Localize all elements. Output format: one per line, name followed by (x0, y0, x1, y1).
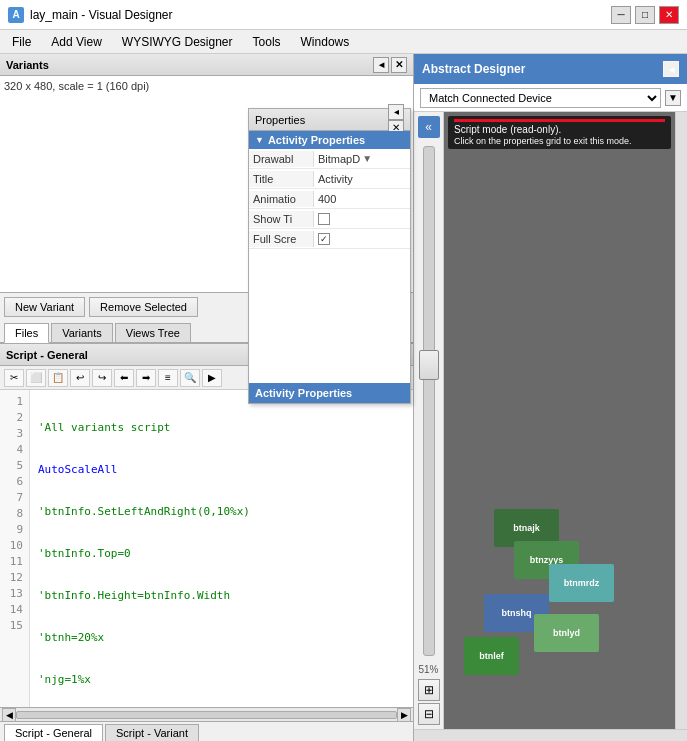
prop-name-drawable: Drawabl (249, 151, 314, 167)
abstract-designer-pin[interactable]: ◂ (663, 61, 679, 77)
back-button[interactable]: « (418, 116, 440, 138)
showti-checkbox[interactable] (318, 213, 330, 225)
prop-value-showti[interactable] (314, 211, 410, 227)
prop-value-title[interactable]: Activity (314, 171, 410, 187)
menu-tools[interactable]: Tools (245, 33, 289, 51)
properties-title: Properties (255, 114, 388, 126)
block-btnmrdz[interactable]: btnmrdz (549, 564, 614, 602)
block-btnlyd[interactable]: btnlyd (534, 614, 599, 652)
scroll-left-arrow[interactable]: ◀ (2, 708, 16, 722)
script-mode-text: Script mode (read-only). (454, 124, 665, 135)
prop-row-drawable: Drawabl BitmapD ▼ (249, 149, 410, 169)
toolbar-search[interactable]: 🔍 (180, 369, 200, 387)
prop-row-showti: Show Ti (249, 209, 410, 229)
zoom-percent: 51% (418, 664, 438, 675)
prop-name-fullscre: Full Scre (249, 231, 314, 247)
toolbar-indent-r[interactable]: ➡ (136, 369, 156, 387)
scroll-right-arrow[interactable]: ▶ (397, 708, 411, 722)
properties-pin-button[interactable]: ◂ (388, 104, 404, 120)
tab-variants[interactable]: Variants (51, 323, 113, 342)
prop-row-animation: Animatio 400 (249, 189, 410, 209)
designer-area: « 51% ⊞ ⊟ Script mode (read-only). Click… (414, 112, 687, 729)
toolbar-run[interactable]: ▶ (202, 369, 222, 387)
tab-views-tree[interactable]: Views Tree (115, 323, 191, 342)
prop-row-title: Title Activity (249, 169, 410, 189)
block-btnlef[interactable]: btnlef (464, 637, 519, 675)
toolbar-copy[interactable]: ⬜ (26, 369, 46, 387)
variants-title: Variants (6, 59, 373, 71)
scrollbar-right[interactable] (675, 112, 687, 729)
variants-close-button[interactable]: ✕ (391, 57, 407, 73)
prop-value-drawable[interactable]: BitmapD ▼ (314, 151, 410, 167)
scroll-track[interactable] (16, 711, 397, 719)
toolbar-redo[interactable]: ↪ (92, 369, 112, 387)
menu-add-view[interactable]: Add View (43, 33, 109, 51)
abstract-designer-title: Abstract Designer (422, 62, 525, 76)
code-area[interactable]: 'All variants script AutoScaleAll 'btnIn… (30, 390, 413, 707)
tab-files[interactable]: Files (4, 323, 49, 343)
toolbar-paste[interactable]: 📋 (48, 369, 68, 387)
close-button[interactable]: ✕ (659, 6, 679, 24)
slider-area: « 51% ⊞ ⊟ (414, 112, 444, 729)
abstract-designer-panel: Abstract Designer ◂ Match Connected Devi… (414, 54, 687, 741)
prop-value-fullscre[interactable]: ✓ (314, 231, 410, 247)
scrollbar-bottom[interactable] (414, 729, 687, 741)
title-bar: A lay_main - Visual Designer ─ □ ✕ (0, 0, 687, 30)
slider-thumb[interactable] (419, 350, 439, 380)
abstract-toolbar: Match Connected Device ▼ (414, 84, 687, 112)
script-content: 12345 678910 1112131415 'All variants sc… (0, 390, 413, 707)
variants-header-icons: ◂ ✕ (373, 57, 407, 73)
zoom-slider[interactable] (423, 146, 435, 656)
properties-panel: Properties ◂ ✕ ▼ Activity Properties Dra… (248, 108, 411, 404)
script-tab-general[interactable]: Script - General (4, 724, 103, 741)
toolbar-undo[interactable]: ↩ (70, 369, 90, 387)
menu-bar: File Add View WYSIWYG Designer Tools Win… (0, 30, 687, 54)
zoom-in-button[interactable]: ⊞ (418, 679, 440, 701)
properties-bottom-title: Activity Properties (249, 383, 410, 403)
menu-windows[interactable]: Windows (293, 33, 358, 51)
main-area: Variants ◂ ✕ 320 x 480, scale = 1 (160 d… (0, 54, 687, 741)
zoom-buttons: ⊞ ⊟ (418, 679, 440, 725)
toolbar-cut[interactable]: ✂ (4, 369, 24, 387)
toolbar-indent-l[interactable]: ⬅ (114, 369, 134, 387)
script-mode-banner: Script mode (read-only). Click on the pr… (448, 116, 671, 149)
prop-value-animation[interactable]: 400 (314, 191, 410, 207)
script-scrollbar-bottom: ◀ ▶ (0, 707, 413, 721)
variant-item[interactable]: 320 x 480, scale = 1 (160 dpi) (4, 80, 409, 92)
script-mode-subtext: Click on the properties grid to exit thi… (454, 136, 665, 146)
menu-file[interactable]: File (4, 33, 39, 51)
variants-pin-button[interactable]: ◂ (373, 57, 389, 73)
script-tabs: Script - General Script - Variant (0, 721, 413, 741)
designer-canvas: Script mode (read-only). Click on the pr… (444, 112, 675, 729)
variants-header: Variants ◂ ✕ (0, 54, 413, 76)
abstract-designer-header: Abstract Designer ◂ (414, 54, 687, 84)
fullscre-checkbox[interactable]: ✓ (318, 233, 330, 245)
remove-selected-button[interactable]: Remove Selected (89, 297, 198, 317)
properties-section-title: ▼ Activity Properties (249, 131, 410, 149)
window-controls: ─ □ ✕ (611, 6, 679, 24)
device-select[interactable]: Match Connected Device (420, 88, 661, 108)
prop-name-title: Title (249, 171, 314, 187)
line-numbers: 12345 678910 1112131415 (0, 390, 30, 707)
prop-name-showti: Show Ti (249, 211, 314, 227)
prop-name-animation: Animatio (249, 191, 314, 207)
new-variant-button[interactable]: New Variant (4, 297, 85, 317)
properties-header: Properties ◂ ✕ (249, 109, 410, 131)
app-icon: A (8, 7, 24, 23)
script-tab-variant[interactable]: Script - Variant (105, 724, 199, 741)
restore-button[interactable]: □ (635, 6, 655, 24)
window-title: lay_main - Visual Designer (30, 8, 611, 22)
menu-wysiwyg-designer[interactable]: WYSIWYG Designer (114, 33, 241, 51)
zoom-out-button[interactable]: ⊟ (418, 703, 440, 725)
toolbar-dropdown-arrow[interactable]: ▼ (665, 90, 681, 106)
minimize-button[interactable]: ─ (611, 6, 631, 24)
prop-row-fullscre: Full Scre ✓ (249, 229, 410, 249)
section-triangle-icon: ▼ (255, 135, 264, 145)
banner-red-bar (454, 119, 665, 122)
dropdown-icon[interactable]: ▼ (362, 153, 372, 164)
toolbar-indent-2[interactable]: ≡ (158, 369, 178, 387)
